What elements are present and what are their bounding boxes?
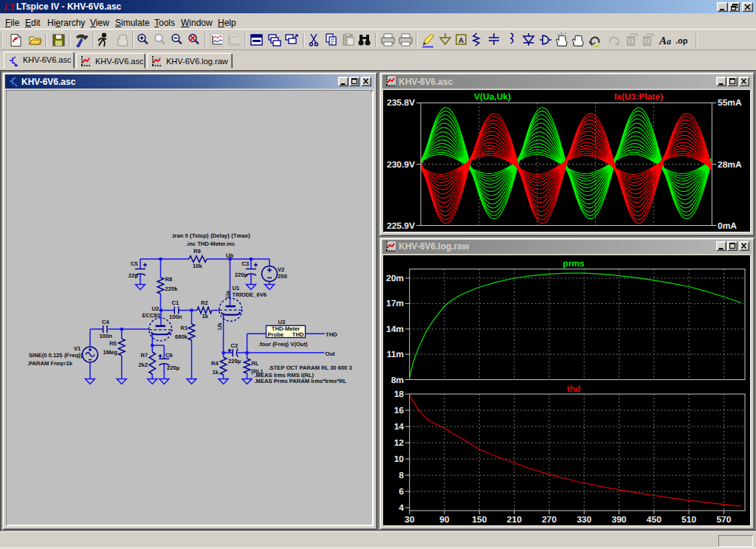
svg-text:Ix(U1:Plate): Ix(U1:Plate) xyxy=(614,92,663,102)
svg-text:SINE(0 0.125 {Freq}): SINE(0 0.125 {Freq}) xyxy=(29,352,83,359)
svg-text:17m: 17m xyxy=(386,298,404,308)
svg-text:RL: RL xyxy=(252,360,260,367)
svg-text:1k: 1k xyxy=(202,313,209,320)
svg-text:230.9V: 230.9V xyxy=(387,159,415,170)
svg-text:8m: 8m xyxy=(391,375,404,385)
svg-text:1k: 1k xyxy=(213,369,219,376)
svg-text:220µ: 220µ xyxy=(167,365,179,371)
svg-text:220µ: 220µ xyxy=(228,358,241,365)
svg-text:10: 10 xyxy=(394,454,405,464)
svg-text:.PARAM Freq=1k: .PARAM Freq=1k xyxy=(27,360,73,367)
svg-text:LT: LT xyxy=(3,1,16,13)
svg-text:R7: R7 xyxy=(141,352,148,359)
svg-text:R2: R2 xyxy=(201,300,208,306)
svg-text:C6: C6 xyxy=(165,352,173,359)
svg-text:10k: 10k xyxy=(193,263,202,269)
svg-text:.inc THD-Meter.inc: .inc THD-Meter.inc xyxy=(186,241,236,247)
svg-text:6: 6 xyxy=(399,486,404,497)
svg-text:1Meg: 1Meg xyxy=(103,349,118,356)
svg-text:150: 150 xyxy=(472,514,487,525)
svg-text:V(Ua,Uk): V(Ua,Uk) xyxy=(474,92,511,102)
svg-text:prms: prms xyxy=(563,258,585,269)
svg-text:A: A xyxy=(458,37,464,45)
svg-text:.MEAS Prms PARAM Irms*Irms*RL: .MEAS Prms PARAM Irms*Irms*RL xyxy=(255,378,347,384)
svg-text:220µ: 220µ xyxy=(235,272,247,278)
svg-text:14: 14 xyxy=(394,421,405,432)
svg-text:thd: thd xyxy=(567,384,581,394)
svg-text:R9: R9 xyxy=(193,248,201,255)
svg-text:R1: R1 xyxy=(181,325,189,331)
svg-text:14m: 14m xyxy=(386,324,404,334)
svg-text:.op: .op xyxy=(676,37,688,46)
svg-text:100n: 100n xyxy=(100,333,113,339)
svg-text:THD: THD xyxy=(326,331,337,338)
svg-text:22µ: 22µ xyxy=(128,272,138,279)
svg-text:4: 4 xyxy=(399,503,404,513)
svg-text:90: 90 xyxy=(439,514,450,525)
svg-text:A: A xyxy=(659,35,667,47)
svg-text:12: 12 xyxy=(394,438,405,448)
svg-text:C3: C3 xyxy=(242,260,250,267)
svg-text:V2: V2 xyxy=(278,266,284,273)
svg-text:270: 270 xyxy=(542,514,557,525)
svg-text:11m: 11m xyxy=(387,349,404,359)
svg-text:Probe: Probe xyxy=(268,331,284,338)
svg-text:55mA: 55mA xyxy=(718,97,742,108)
svg-text:16: 16 xyxy=(394,405,405,415)
svg-text:R4: R4 xyxy=(211,360,219,367)
svg-text:330: 330 xyxy=(577,514,591,525)
svg-text:450: 450 xyxy=(647,514,662,525)
svg-text:.tran 0 {Tstop} {Delay} {Tmax}: .tran 0 {Tstop} {Delay} {Tmax} xyxy=(171,232,250,239)
svg-text:390: 390 xyxy=(611,514,626,525)
svg-text:U1: U1 xyxy=(233,285,241,291)
svg-text:C1: C1 xyxy=(172,300,180,306)
svg-text:220k: 220k xyxy=(165,286,179,292)
svg-text:R8: R8 xyxy=(165,276,173,283)
svg-text:Ub: Ub xyxy=(226,252,234,259)
svg-text:TRIODE_6V6: TRIODE_6V6 xyxy=(233,291,267,298)
svg-text:.four {Freq} V(Out): .four {Freq} V(Out) xyxy=(258,341,308,348)
svg-text:Out: Out xyxy=(326,351,336,357)
svg-text:210: 210 xyxy=(507,514,522,525)
svg-text:THD: THD xyxy=(292,331,304,338)
svg-text:28mA: 28mA xyxy=(718,159,742,170)
svg-text:Ua: Ua xyxy=(224,290,231,298)
svg-text:30: 30 xyxy=(405,514,415,525)
svg-text:18: 18 xyxy=(394,389,405,399)
svg-text:C5: C5 xyxy=(131,260,139,267)
svg-text:235.8V: 235.8V xyxy=(387,97,415,108)
svg-text:U3: U3 xyxy=(278,319,286,325)
svg-text:20m: 20m xyxy=(386,273,404,283)
svg-text:Uk: Uk xyxy=(216,322,223,330)
svg-text:100n: 100n xyxy=(169,314,182,320)
svg-text:a: a xyxy=(667,36,671,46)
svg-text:ECC83: ECC83 xyxy=(142,312,161,319)
svg-text:R5: R5 xyxy=(109,340,117,347)
svg-text:570: 570 xyxy=(716,514,731,525)
svg-text:250: 250 xyxy=(278,273,287,280)
svg-text:C4: C4 xyxy=(102,319,110,325)
svg-text:.STEP OCT PARAM RL 30 600 3: .STEP OCT PARAM RL 30 600 3 xyxy=(269,365,352,371)
svg-text:225.9V: 225.9V xyxy=(387,221,415,231)
svg-text:0mA: 0mA xyxy=(718,221,737,231)
svg-text:510: 510 xyxy=(681,514,696,525)
svg-text:680k: 680k xyxy=(175,334,188,340)
svg-text:C2: C2 xyxy=(231,342,238,349)
svg-text:8: 8 xyxy=(399,470,404,480)
svg-text:2k2: 2k2 xyxy=(139,362,148,368)
